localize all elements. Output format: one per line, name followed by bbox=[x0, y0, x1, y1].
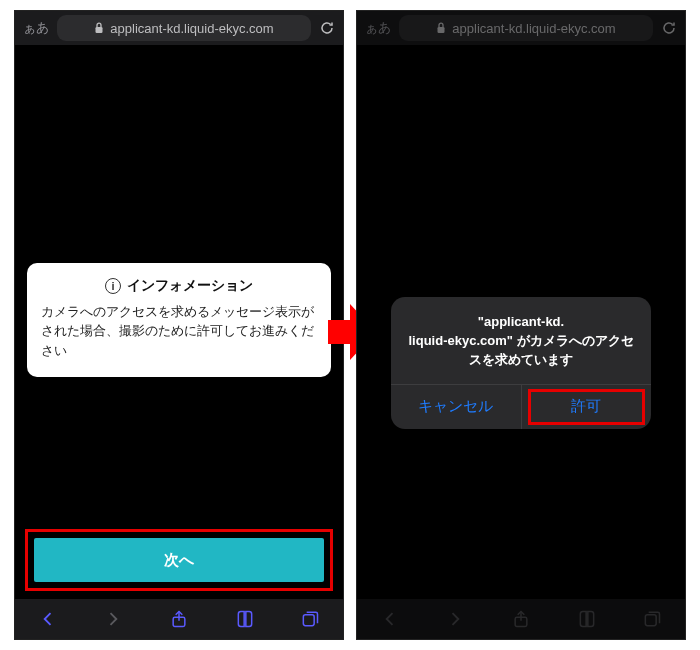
address-domain: applicant-kd.liquid-ekyc.com bbox=[452, 21, 615, 36]
alert-message: "applicant-kd. liquid-ekyc.com" がカメラへのアク… bbox=[391, 297, 651, 384]
lock-icon bbox=[436, 22, 446, 34]
svg-rect-6 bbox=[646, 615, 657, 626]
alert-allow-button[interactable]: 許可 bbox=[521, 385, 652, 429]
text-size-control[interactable]: ぁあ bbox=[365, 19, 391, 37]
comparison-stage: ぁあ applicant-kd.liquid-ekyc.com i インフォメー… bbox=[0, 0, 700, 650]
alert-buttons: キャンセル 許可 bbox=[391, 384, 651, 429]
address-pill[interactable]: applicant-kd.liquid-ekyc.com bbox=[57, 15, 311, 41]
text-size-control[interactable]: ぁあ bbox=[23, 19, 49, 37]
lock-icon bbox=[94, 22, 104, 34]
forward-icon bbox=[444, 608, 466, 630]
bookmarks-icon bbox=[576, 608, 598, 630]
safari-address-bar: ぁあ applicant-kd.liquid-ekyc.com bbox=[15, 11, 343, 45]
info-body: カメラへのアクセスを求めるメッセージ表示がされた場合、撮影のために許可してお進み… bbox=[41, 303, 317, 361]
back-icon[interactable] bbox=[37, 608, 59, 630]
info-icon: i bbox=[105, 278, 121, 294]
tabs-icon bbox=[641, 608, 663, 630]
camera-permission-alert: "applicant-kd. liquid-ekyc.com" がカメラへのアク… bbox=[391, 297, 651, 429]
forward-icon bbox=[102, 608, 124, 630]
phone-left: ぁあ applicant-kd.liquid-ekyc.com i インフォメー… bbox=[14, 10, 344, 640]
reload-icon[interactable] bbox=[319, 20, 335, 36]
safari-address-bar: ぁあ applicant-kd.liquid-ekyc.com bbox=[357, 11, 685, 45]
bookmarks-icon[interactable] bbox=[234, 608, 256, 630]
next-button[interactable]: 次へ bbox=[34, 538, 324, 582]
webpage-viewport: i インフォメーション カメラへのアクセスを求めるメッセージ表示がされた場合、撮… bbox=[15, 45, 343, 599]
info-title: インフォメーション bbox=[127, 277, 253, 295]
svg-rect-2 bbox=[304, 615, 315, 626]
safari-toolbar bbox=[357, 599, 685, 639]
safari-toolbar bbox=[15, 599, 343, 639]
webpage-viewport: "applicant-kd. liquid-ekyc.com" がカメラへのアク… bbox=[357, 45, 685, 599]
back-icon bbox=[379, 608, 401, 630]
address-domain: applicant-kd.liquid-ekyc.com bbox=[110, 21, 273, 36]
tabs-icon[interactable] bbox=[299, 608, 321, 630]
share-icon bbox=[510, 608, 532, 630]
svg-rect-4 bbox=[438, 27, 445, 33]
info-title-row: i インフォメーション bbox=[41, 277, 317, 295]
next-button-highlight: 次へ bbox=[25, 529, 333, 591]
alert-cancel-button[interactable]: キャンセル bbox=[391, 385, 521, 429]
address-pill[interactable]: applicant-kd.liquid-ekyc.com bbox=[399, 15, 653, 41]
reload-icon[interactable] bbox=[661, 20, 677, 36]
share-icon[interactable] bbox=[168, 608, 190, 630]
alert-allow-label: 許可 bbox=[571, 397, 601, 416]
info-card: i インフォメーション カメラへのアクセスを求めるメッセージ表示がされた場合、撮… bbox=[27, 263, 331, 377]
svg-rect-0 bbox=[96, 27, 103, 33]
phone-right: ぁあ applicant-kd.liquid-ekyc.com "applica… bbox=[356, 10, 686, 640]
